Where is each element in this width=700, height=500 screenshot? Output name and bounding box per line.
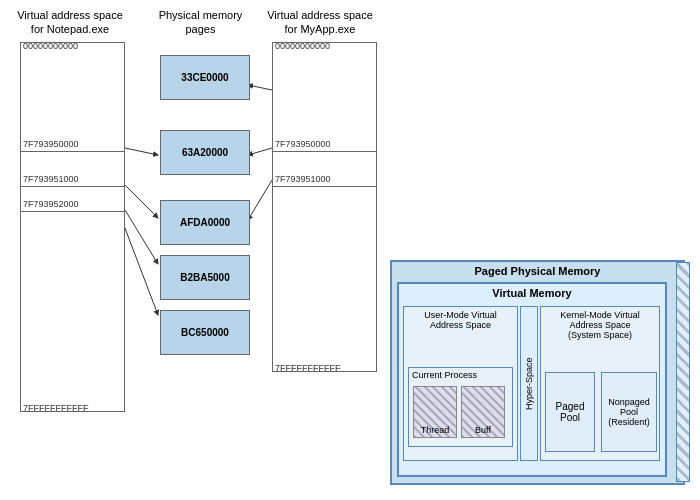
myapp-addr2: 7F793951000 (275, 174, 331, 184)
myapp-vas-title: Virtual address spacefor MyApp.exe (265, 8, 375, 37)
myapp-addr-top: 00000000000 (275, 41, 330, 51)
diagram-container: Virtual address spacefor Notepad.exe 000… (0, 0, 700, 500)
user-mode-box: User-Mode VirtualAddress Space Current P… (403, 306, 518, 461)
virtual-memory-title: Virtual Memory (399, 284, 665, 302)
nonpaged-pool-box: NonpagedPool(Resident) (601, 372, 657, 452)
current-process-label: Current Process (409, 368, 512, 382)
notepad-vas-box: 00000000000 7F793950000 7F793951000 7F79… (20, 42, 125, 412)
hatched-right (676, 262, 690, 482)
phys-mem-title: Physical memorypages (148, 8, 253, 37)
svg-line-3 (120, 215, 158, 315)
svg-line-5 (248, 148, 272, 155)
myapp-vas-box: 00000000000 7F793950000 7F793951000 7FFF… (272, 42, 377, 372)
notepad-addr3: 7F793952000 (23, 199, 79, 209)
notepad-addr-bottom: 7FFFFFFFFFFF (23, 403, 88, 413)
svg-line-6 (248, 180, 272, 220)
paged-pool-box: PagedPool (545, 372, 595, 452)
thread-label: Thread (421, 425, 450, 435)
buff-label: Buff (475, 425, 491, 435)
phys-page-4: BC650000 (160, 310, 250, 355)
paged-pool-label: PagedPool (556, 401, 585, 423)
paged-physical-box: Paged Physical Memory Virtual Memory Use… (390, 260, 685, 485)
buff-box: Buff (461, 386, 505, 438)
notepad-addr-top: 00000000000 (23, 41, 78, 51)
hyper-space-box: Hyper-Space (520, 306, 538, 461)
kernel-mode-title: Kernel-Mode VirtualAddress Space(System … (541, 307, 659, 343)
notepad-vas-title: Virtual address spacefor Notepad.exe (10, 8, 130, 37)
svg-line-2 (125, 210, 158, 264)
paged-physical-title: Paged Physical Memory (392, 262, 683, 280)
svg-line-0 (125, 148, 158, 155)
nonpaged-pool-label: NonpagedPool(Resident) (608, 397, 650, 427)
kernel-mode-box: Kernel-Mode VirtualAddress Space(System … (540, 306, 660, 461)
hyper-space-label: Hyper-Space (524, 357, 534, 410)
svg-line-4 (248, 85, 272, 90)
thread-box: Thread (413, 386, 457, 438)
myapp-addr-bottom: 7FFFFFFFFFFF (275, 363, 340, 373)
user-mode-title: User-Mode VirtualAddress Space (404, 307, 517, 333)
current-process-box: Current Process Thread Buff (408, 367, 513, 447)
phys-page-0: 33CE0000 (160, 55, 250, 100)
notepad-addr1: 7F793950000 (23, 139, 79, 149)
notepad-addr2: 7F793951000 (23, 174, 79, 184)
phys-page-2: AFDA0000 (160, 200, 250, 245)
phys-page-3: B2BA5000 (160, 255, 250, 300)
phys-page-1: 63A20000 (160, 130, 250, 175)
virtual-memory-box: Virtual Memory User-Mode VirtualAddress … (397, 282, 667, 477)
svg-line-1 (125, 185, 158, 218)
myapp-addr1: 7F793950000 (275, 139, 331, 149)
